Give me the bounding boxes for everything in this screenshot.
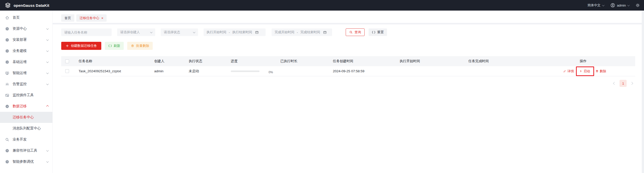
sidebar-item-basic-ops[interactable]: 基础运维 [0,56,52,67]
chevron-left-icon [613,82,616,85]
column-header-operations: 操作 [561,59,635,63]
chevron-down-icon [46,160,49,163]
sidebar: 首页 资源中心 安装部署 业务建模 基础运维 智能运维 [0,11,53,173]
query-button[interactable]: 查询 [346,28,365,36]
brand: openGauss DataKit [5,2,49,9]
pagination-prev-button[interactable] [613,81,617,85]
chevron-down-icon [193,31,196,33]
refresh-icon [108,44,112,48]
sidebar-item-resource-center[interactable]: 资源中心 [0,23,52,34]
column-header-created-at: 任务创建时间 [332,59,398,63]
cell-task-name: Task_202409251543_zzptxt [75,69,151,73]
select-all-checkbox[interactable] [65,59,69,63]
close-icon[interactable]: × [101,16,103,20]
play-icon [579,70,583,73]
theme-sun-icon [635,3,640,8]
tab-bar: 首页 迁移任务中心 × [53,11,644,23]
calendar-icon [255,30,259,34]
opengauss-logo-icon [5,2,11,9]
sidebar-item-compatibility-assessment[interactable]: 兼容性评估工具 [0,145,52,156]
gear-icon [5,104,9,109]
topbar-right: 简体中文 admin [588,3,640,8]
user-avatar-icon [610,3,615,8]
chevron-down-icon [627,4,630,6]
gear-icon [5,49,9,53]
table-row: Task_202409251543_zzptxt admin 未启动 0% 20… [61,66,635,76]
edit-icon [563,70,566,73]
main-content: 首页 迁移任务中心 × 请选择创建人 请选择状态 执行开始时间 - 执行结束时间 [53,11,644,173]
tabbar-divider [53,23,644,24]
cell-creator: admin [151,69,187,73]
pagination-page-1[interactable]: 1 [620,80,627,87]
trash-icon [595,70,599,73]
chevron-down-icon [46,49,49,52]
sidebar-item-install-deploy[interactable]: 安装部署 [0,34,52,45]
chevron-down-icon [46,72,49,74]
reset-button[interactable]: 重置 [369,28,387,36]
sidebar-item-home[interactable]: 首页 [0,12,52,23]
language-selector[interactable]: 简体中文 [588,3,604,8]
tab-migration-task-center[interactable]: 迁移任务中心 × [76,14,107,22]
exec-time-range-picker[interactable]: 执行开始时间 - 执行结束时间 [204,28,266,36]
sidebar-item-business-development[interactable]: 业务开发 [0,134,52,145]
batch-delete-button[interactable]: 批量删除 [127,42,153,50]
chevron-down-icon [150,31,153,33]
sidebar-item-message-queue-config-center[interactable]: 消息队列配置中心 [0,123,52,134]
sidebar-item-data-migration[interactable]: 数据迁移 [0,101,52,112]
cell-progress: 0% [230,70,279,73]
row-checkbox[interactable] [65,69,69,73]
trash-icon [131,44,134,48]
plugin-icon [5,93,9,97]
theme-toggle[interactable] [635,3,640,8]
row-action-start[interactable]: 启动 [579,69,590,74]
top-bar: openGauss DataKit 简体中文 admin [0,0,644,11]
row-action-details[interactable]: 详情 [563,69,574,74]
status-select[interactable]: 请选择状态 [161,28,198,36]
sidebar-item-business-modeling[interactable]: 业务建模 [0,45,52,56]
pagination-next-button[interactable] [630,81,634,85]
finish-time-range-picker[interactable]: 完成开始时间 - 完成结束时间 [272,28,332,36]
column-header-exec-start: 执行开始时间 [398,59,468,63]
search-icon [349,30,353,34]
column-header-finished-at: 任务完成时间 [468,59,561,63]
alarm-icon [5,82,9,86]
cell-exec-status: 未启动 [187,69,230,74]
monitor-icon [5,71,9,75]
creator-select[interactable]: 请选择创建人 [117,28,155,36]
progress-percent-label: 0% [269,71,273,74]
username-label: admin [617,4,626,7]
cell-created-at: 2024-09-25 07:58:59 [332,69,398,73]
sidebar-item-alarm-monitoring[interactable]: 告警监控 [0,79,52,90]
action-toolbar: 创建数据迁移任务 刷新 批量删除 [61,42,644,50]
user-menu[interactable]: admin [610,3,629,8]
column-header-creator: 创建人 [151,59,187,63]
sidebar-item-migration-task-center[interactable]: 迁移任务中心 [0,112,52,123]
home-icon [5,16,9,20]
gear-icon [5,149,9,153]
column-header-exec-status: 执行状态 [187,59,230,63]
gear-icon [5,27,9,31]
cell-operations: 详情 启动 删除 [561,69,635,74]
language-label: 简体中文 [588,3,601,8]
sidebar-item-monitor-plugin-tools[interactable]: 监控插件工具 [0,90,52,101]
row-action-delete[interactable]: 删除 [595,69,606,74]
task-name-input[interactable] [61,28,112,36]
refresh-button[interactable]: 刷新 [105,42,124,50]
vertical-scrollbar[interactable] [642,11,644,173]
sidebar-item-intelligent-param-tuning[interactable]: 智能参数调优 [0,156,52,167]
chevron-down-icon [602,4,604,6]
gear-icon [5,60,9,64]
gear-icon [5,160,9,164]
column-header-duration: 已执行时长 [279,59,332,63]
plus-icon [66,44,69,48]
search-icon [5,137,9,142]
task-table: 任务名称 创建人 执行状态 进度 已执行时长 任务创建时间 执行开始时间 任务完… [61,56,635,76]
calendar-icon [323,30,327,34]
filter-bar: 请选择创建人 请选择状态 执行开始时间 - 执行结束时间 完成开始时间 - 完成… [61,28,644,36]
gear-icon [5,38,9,42]
chevron-down-icon [46,60,49,63]
tab-home[interactable]: 首页 [61,14,74,22]
sidebar-item-intelligent-ops[interactable]: 智能运维 [0,67,52,79]
create-migration-task-button[interactable]: 创建数据迁移任务 [61,42,101,50]
chevron-up-icon [46,105,49,108]
